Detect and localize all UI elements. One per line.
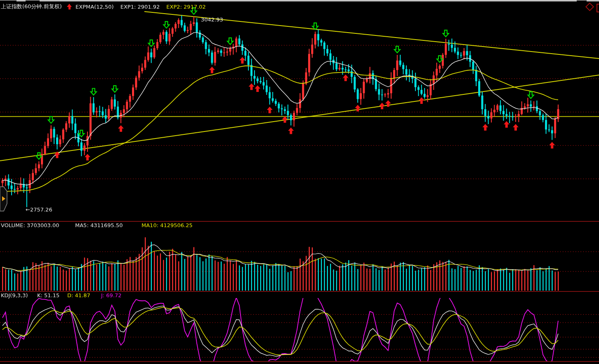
chart-canvas[interactable] xyxy=(0,0,599,364)
exp1-value: EXP1: 2901.92 xyxy=(120,4,160,10)
kdj-d-value: D: 41.87 xyxy=(67,292,90,298)
kdj-k-value: K: 51.15 xyxy=(37,292,59,298)
stock-chart-window: 上证指数(60分钟.前复权) EXPMA(12,50) EXP1: 2901.9… xyxy=(0,0,599,364)
instrument-title[interactable]: 上证指数(60分钟.前复权) xyxy=(1,3,62,9)
main-pane-header: 上证指数(60分钟.前复权) EXPMA(12,50) EXP1: 2901.9… xyxy=(0,3,206,10)
kdj-indicator-label[interactable]: KDJ(9,3,3) xyxy=(1,292,28,298)
volume-pane-header: VOLUME: 3703003.00 MA5: 4311695.50 MA10:… xyxy=(0,222,599,228)
kdj-pane-header: KDJ(9,3,3) K: 51.15 D: 41.87 J: 69.72 xyxy=(0,292,599,298)
volume-ma5-value: MA5: 4311695.50 xyxy=(75,222,123,228)
red-up-arrow-icon xyxy=(67,4,72,9)
high-price-annotation: 3042.93 xyxy=(201,16,223,23)
indicator-label[interactable]: EXPMA(12,50) xyxy=(75,4,113,10)
low-price-annotation: ←2757.26 xyxy=(26,207,52,213)
toolbar-edge xyxy=(0,0,599,2)
kdj-j-value: J: 69.72 xyxy=(101,292,122,298)
volume-ma10-value: MA10: 4129506.25 xyxy=(141,222,193,228)
panel-expander-tab[interactable] xyxy=(0,186,8,212)
volume-value: VOLUME: 3703003.00 xyxy=(1,222,59,228)
right-edge-marker xyxy=(597,4,599,12)
exp2-value: EXP2: 2917.02 xyxy=(166,4,206,10)
